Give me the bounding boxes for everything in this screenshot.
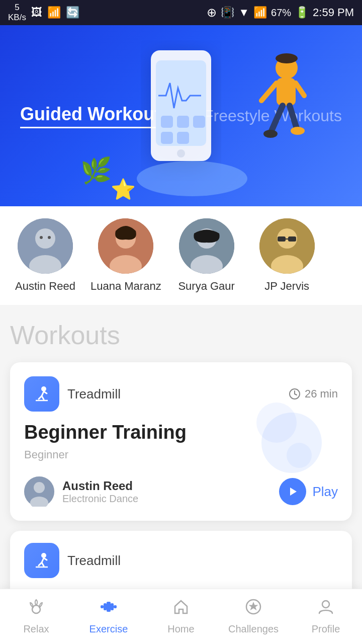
hero-banner: Guided Workouts Freestyle Workouts [0,25,362,206]
nav-exercise-label: Exercise [89,623,128,635]
svg-rect-58 [114,605,117,608]
profile-name-surya: Surya Gaur [178,280,235,293]
svg-point-61 [322,601,329,608]
card-user-info: Austin Reed Electronic Dance [62,479,138,505]
runner-illustration [251,50,307,156]
profile-name-jp: JP Jervis [264,280,309,293]
workouts-section: Workouts [0,305,362,605]
svg-line-51 [44,558,47,560]
plant-decoration: 🌿 [80,156,106,196]
nav-relax[interactable]: Relax [11,598,61,635]
wifi-icon: 📶 [47,6,61,19]
vibrate-icon: 📳 [221,6,234,19]
workout-card-1[interactable]: Treadmill 26 min Beginner Training Begin… [10,362,352,521]
svg-rect-55 [104,603,107,610]
time-display: 2:59 PM [313,6,354,19]
svg-line-38 [44,391,47,393]
gallery-icon: 🖼 [31,6,42,19]
svg-line-42 [295,394,297,395]
svg-rect-3 [177,116,189,128]
exercise-icon [100,598,117,619]
nav-home[interactable]: Home [156,598,206,635]
profile-name-luana: Luana Maranz [90,280,161,293]
card-user-avatar [24,476,54,507]
svg-rect-56 [107,602,111,612]
card-user-name: Austin Reed [62,479,138,493]
avatar-surya [179,218,234,274]
card-user-genre: Electronic Dance [62,493,138,505]
treadmill-icon-2 [24,543,59,578]
duration-text: 26 min [305,387,338,400]
nav-profile-label: Profile [312,623,340,635]
card-duration: 26 min [289,387,338,400]
avatar-jp [259,218,315,274]
workout-level: Beginner [24,448,338,461]
status-bar: 5 KB/s 🖼 📶 🔄 ⊕ 📳 ▼ 📶 67% 🔋 2:59 PM [0,0,362,25]
card-user: Austin Reed Electronic Dance [24,476,138,507]
home-icon [172,598,190,619]
nav-challenges-label: Challenges [228,623,279,635]
profile-luana[interactable]: Luana Maranz [90,218,161,293]
play-label: Play [312,484,338,500]
svg-line-11 [261,83,277,101]
workout-card-partial[interactable]: Treadmill [10,531,352,590]
clock-icon [289,388,301,400]
svg-rect-2 [161,116,173,128]
workout-name: Beginner Training [24,422,338,443]
svg-point-7 [177,149,185,157]
svg-point-15 [263,130,278,138]
avatar-austin [18,218,73,274]
profile-name-austin: Austin Reed [15,280,75,293]
phone-illustration [141,40,221,181]
svg-point-18 [35,228,55,249]
svg-line-13 [272,106,283,131]
svg-line-50 [42,562,44,566]
svg-rect-57 [111,603,114,610]
profile-icon [317,598,334,619]
relax-icon [28,598,45,619]
svg-point-9 [276,53,298,63]
platform-oval [137,161,247,196]
card-type: Treadmill [24,376,121,412]
card-header: Treadmill 26 min [24,376,338,412]
play-icon [279,478,306,505]
battery-icon: 🔋 [295,6,309,19]
svg-marker-46 [290,488,297,496]
play-button[interactable]: Play [279,478,338,505]
sync-icon: 🔄 [66,6,79,19]
profile-surya[interactable]: Surya Gaur [171,218,242,293]
svg-point-16 [291,127,305,135]
challenges-icon [245,598,262,619]
svg-line-37 [42,396,44,399]
bottom-nav: Relax Exercise Home [0,589,362,644]
nav-profile[interactable]: Profile [301,598,351,635]
svg-marker-60 [248,602,258,610]
svg-rect-32 [288,236,296,242]
nav-challenges[interactable]: Challenges [228,598,279,635]
wifi-signal-icon: ▼ [238,6,249,19]
svg-point-20 [40,236,43,239]
treadmill-icon [24,376,59,412]
svg-rect-4 [193,116,205,128]
profile-jp[interactable]: JP Jervis [252,218,322,293]
svg-rect-6 [177,132,189,144]
workouts-title: Workouts [10,320,352,350]
nav-home-label: Home [167,623,194,635]
partial-card-type: Treadmill [67,553,121,569]
svg-rect-54 [101,605,104,608]
nav-exercise[interactable]: Exercise [83,598,134,635]
status-speed: 5 KB/s [8,3,26,23]
nav-relax-label: Relax [23,623,49,635]
svg-rect-5 [161,132,173,144]
battery-percent: 67% [271,7,291,19]
svg-point-44 [34,482,45,493]
card-footer: Austin Reed Electronic Dance Play [24,476,338,507]
add-icon: ⊕ [207,6,217,20]
svg-line-12 [296,83,304,96]
svg-point-21 [48,236,51,239]
signal-icon: 📶 [253,6,267,19]
svg-rect-31 [278,236,286,242]
avatar-luana [98,218,153,274]
profiles-section: Austin Reed Luana Maranz Surya Gaur [0,206,362,305]
profile-austin[interactable]: Austin Reed [10,218,80,293]
